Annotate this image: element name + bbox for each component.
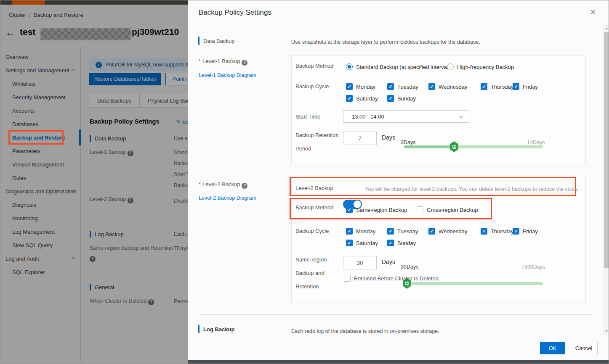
level2-backup-label: Level-2 Backup: [295, 182, 333, 195]
level1-backup-diagram-link[interactable]: Level-1 Backup Diagram: [199, 72, 256, 78]
screen: Cluster/Backup and Restore ← test pj309w…: [0, 0, 609, 364]
checkbox-saturday[interactable]: Saturday: [346, 95, 378, 102]
checkbox-checked-icon: [481, 228, 487, 235]
log-backup-description: Each redo log of the database is stored …: [291, 328, 439, 334]
level2-charge-note: You will be charged for level-2 backups.…: [365, 186, 579, 192]
close-icon[interactable]: ×: [590, 6, 596, 18]
same-region-retention-label: Same-region Backup and Retention: [295, 253, 327, 293]
checkbox-checked-icon: [428, 83, 435, 90]
checkbox-cross-region-backup[interactable]: Cross-region Backup: [417, 206, 478, 213]
checkbox-checked-icon: [387, 83, 394, 90]
scrollbar-down-icon[interactable]: ▼: [604, 329, 609, 333]
section-bar: [198, 37, 199, 45]
required-mark: *: [199, 58, 201, 64]
modal-section-divider: [199, 314, 592, 315]
checkbox-monday[interactable]: Monday: [346, 83, 375, 90]
checkbox-friday[interactable]: Friday: [513, 228, 538, 235]
days-unit-label: Days: [382, 258, 395, 265]
checkbox-checked-icon: [387, 95, 394, 102]
help-icon[interactable]: ?: [242, 183, 247, 189]
checkbox-checked-icon: [513, 228, 519, 235]
scrollbar-thumb[interactable]: [604, 32, 609, 268]
checkbox-checked-icon: [346, 228, 353, 235]
scrollbar-up-icon[interactable]: ▲: [604, 26, 609, 30]
start-time-label: Start Time: [295, 110, 320, 124]
radio-unselected-icon: [447, 63, 454, 70]
checkbox-checked-icon: [428, 228, 435, 235]
checkbox-checked-icon: [387, 240, 394, 246]
retention-days-input[interactable]: [343, 132, 377, 145]
checkbox-same-region-backup[interactable]: Same-region Backup: [346, 206, 407, 213]
checkbox-sunday[interactable]: Sunday: [387, 240, 416, 246]
modal-title: Backup Policy Settings: [199, 8, 271, 17]
checkbox-checked-icon: [346, 95, 353, 102]
radio-high-frequency-backup[interactable]: High-frequency Backup: [447, 63, 514, 70]
backup-retention-period-label: Backup Retention Period: [295, 129, 339, 156]
checkbox-tuesday[interactable]: Tuesday: [387, 228, 418, 235]
checkbox-retained-before-cluster-deleted[interactable]: Retained Before Cluster Is Deleted: [344, 275, 439, 282]
backup-policy-settings-modal: Backup Policy Settings × Data Backup *Le…: [188, 0, 609, 364]
slider-max-label: 7300Days: [521, 264, 545, 270]
checkbox-checked-icon: [346, 240, 353, 246]
level2-backup-diagram-link[interactable]: Level-2 Backup Diagram: [199, 195, 256, 201]
help-icon[interactable]: ?: [242, 60, 247, 66]
radio-selected-icon: [346, 63, 353, 70]
start-time-select[interactable]: 13:00 - 14:00: [343, 110, 469, 123]
same-region-retention-slider[interactable]: [404, 282, 543, 285]
level2-backup-method-label: Backup Method: [295, 201, 333, 214]
slider-max-label: 14Days: [527, 140, 545, 145]
checkbox-checked-icon: [387, 228, 394, 235]
modal-nav-level2-label: *Level-2 Backup ?: [199, 181, 247, 189]
checkbox-checked-icon: [346, 206, 353, 213]
modal-nav-data-backup: Data Backup: [198, 37, 234, 45]
ok-button[interactable]: OK: [540, 342, 565, 354]
backup-method-label: Backup Method: [295, 59, 333, 73]
checkbox-sunday[interactable]: Sunday: [387, 95, 416, 102]
cancel-button[interactable]: Cancel: [570, 342, 598, 354]
radio-standard-backup[interactable]: Standard Backup (at specified intervals): [346, 63, 453, 70]
modal-nav-log-backup: Log Backup: [198, 325, 234, 333]
checkbox-thursday[interactable]: Thursday: [481, 83, 513, 90]
slider-min-label: 30Days: [401, 264, 418, 270]
retention-slider[interactable]: [404, 145, 543, 148]
checkbox-tuesday[interactable]: Tuesday: [387, 83, 418, 90]
checkbox-saturday[interactable]: Saturday: [346, 240, 378, 246]
data-backup-description: Use snapshots at the storage layer to pe…: [291, 39, 480, 45]
checkbox-wednesday[interactable]: Wednesday: [428, 83, 467, 90]
days-unit-label: Days: [382, 134, 395, 141]
modal-header-divider: [188, 25, 609, 25]
modal-backdrop[interactable]: [0, 0, 188, 364]
chevron-down-icon: [459, 113, 463, 118]
backup-cycle-label: Backup Cycle: [295, 80, 329, 93]
save-disk-icon: [452, 145, 457, 149]
slider-min-label: 3Days: [401, 140, 415, 145]
checkbox-friday[interactable]: Friday: [513, 83, 538, 90]
checkbox-checked-icon: [513, 83, 519, 90]
checkbox-unchecked-icon: [417, 206, 423, 213]
save-disk-icon: [405, 281, 410, 286]
section-bar: [198, 325, 199, 333]
required-mark: *: [199, 181, 201, 187]
checkbox-checked-icon: [346, 83, 353, 90]
same-region-retention-days-input[interactable]: [343, 256, 377, 269]
checkbox-checked-icon: [481, 83, 487, 90]
slider-fill: [404, 145, 454, 148]
checkbox-unchecked-icon: [344, 275, 351, 282]
window-bottom-edge: [188, 360, 609, 364]
modal-nav-level1-label: *Level-1 Backup ?: [199, 58, 247, 66]
checkbox-wednesday[interactable]: Wednesday: [428, 228, 467, 235]
checkbox-thursday[interactable]: Thursday: [481, 228, 513, 235]
checkbox-monday[interactable]: Monday: [346, 228, 375, 235]
level2-backup-cycle-label: Backup Cycle: [295, 224, 329, 238]
